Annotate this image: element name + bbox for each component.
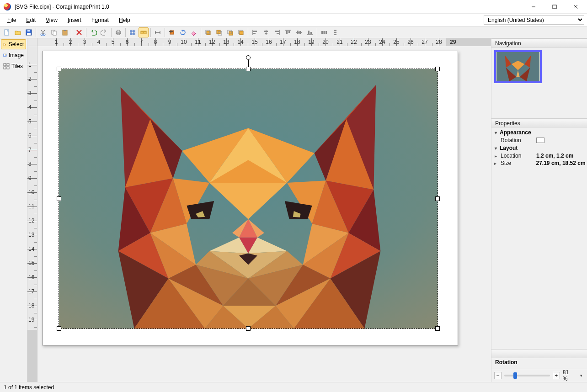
handle-mid-left[interactable] [57,196,61,201]
svg-rect-34 [207,31,210,35]
zoom-value: 81 % [563,369,575,382]
tool-tiles[interactable]: Tiles [1,61,26,71]
selected-image[interactable] [59,69,438,329]
maximize-button[interactable] [544,0,565,14]
prop-size[interactable]: ▸Size27.19 cm, 18.52 cm [491,159,587,167]
menu-format[interactable]: Format [87,15,113,25]
handle-bottom-left[interactable] [57,326,61,331]
window-title: [SVG File.cipx] - Coragi ImagePrint 1.0 [15,4,523,10]
new-button[interactable] [2,27,12,37]
tool-select[interactable]: Select [1,39,26,49]
svg-rect-69 [4,64,6,66]
prop-location[interactable]: ▸Location1.2 cm, 1.2 cm [491,152,587,159]
align-top-button[interactable] [283,27,293,37]
svg-rect-7 [27,30,30,32]
rotation-header [491,349,587,358]
svg-rect-30 [170,31,174,34]
send-back-button[interactable] [236,27,246,37]
svg-rect-53 [288,31,290,33]
svg-rect-67 [4,54,7,56]
svg-rect-19 [117,30,120,32]
redo-button[interactable] [99,27,109,37]
bring-forward-button[interactable] [214,27,224,37]
prop-rotation[interactable]: Rotation [491,137,587,144]
cut-button[interactable] [38,27,48,37]
grid-button[interactable] [128,27,138,37]
svg-rect-46 [264,31,268,32]
undo-button[interactable] [88,27,98,37]
open-button[interactable] [13,27,23,37]
toolbox: Select Image Tiles [0,38,27,382]
zoom-in-button[interactable]: + [553,372,560,379]
right-panel: Navigation Properties ▾Appearance Rotati… [491,38,587,382]
svg-rect-62 [326,31,327,34]
ruler-corner [27,38,37,46]
svg-rect-49 [275,31,279,32]
handle-top-right[interactable] [435,67,440,71]
rotate-button[interactable] [178,27,188,37]
chevron-down-icon[interactable]: ▾ [578,372,584,379]
crop-button[interactable] [167,27,177,37]
app-icon [4,3,11,11]
rotation-stem [248,60,249,67]
send-backward-button[interactable] [225,27,235,37]
handle-top-left[interactable] [57,67,61,71]
menu-file[interactable]: File [3,15,21,25]
handle-mid-top[interactable] [246,67,251,71]
distribute-v-button[interactable] [330,27,340,37]
tool-image[interactable]: Image [1,50,26,60]
tiles-icon [3,63,10,69]
zoom-out-button[interactable]: − [494,372,502,379]
chevron-down-icon: ▾ [493,146,498,151]
save-button[interactable] [24,27,34,37]
svg-point-68 [5,54,6,55]
bring-front-button[interactable] [203,27,213,37]
menu-help[interactable]: Help [114,15,135,25]
poly-cat-image [59,69,438,328]
align-center-h-button[interactable] [261,27,271,37]
align-bottom-button[interactable] [305,27,315,37]
menu-view[interactable]: View [41,15,62,25]
svg-rect-64 [334,32,336,33]
svg-rect-63 [334,30,336,31]
handle-mid-bottom[interactable] [246,326,251,331]
distribute-h-button[interactable] [319,27,329,37]
copy-button[interactable] [49,27,59,37]
group-appearance[interactable]: ▾Appearance [491,128,587,137]
svg-rect-47 [265,33,267,34]
svg-rect-41 [240,31,243,35]
menu-edit[interactable]: Edit [21,15,40,25]
print-button[interactable] [113,27,123,37]
rotation-handle[interactable] [246,55,251,60]
cursor-icon [3,41,7,48]
minimize-button[interactable] [523,0,544,14]
zoom-slider-thumb[interactable] [513,372,517,379]
handle-mid-right[interactable] [435,196,440,201]
title-bar: [SVG File.cipx] - Coragi ImagePrint 1.0 [0,0,587,14]
align-right-button[interactable] [272,27,282,37]
align-center-v-button[interactable] [294,27,304,37]
delete-button[interactable] [74,27,84,37]
chevron-down-icon: ▾ [493,130,498,135]
svg-point-11 [43,34,45,36]
canvas[interactable] [37,46,491,382]
menu-insert[interactable]: Insert [63,15,86,25]
ruler-horizontal[interactable]: 1234567891011121314151617181920212223242… [37,38,491,46]
status-bar: 1 of 1 items selected [0,382,587,392]
ruler-button[interactable] [139,27,149,37]
navigation-thumbnail[interactable] [494,50,542,83]
paste-button[interactable] [60,27,70,37]
dimension-button[interactable] [153,27,163,37]
close-button[interactable] [565,0,586,14]
svg-rect-38 [229,32,233,35]
menu-bar: File Edit View Insert Format Help Englis… [0,14,587,26]
ruler-vertical[interactable]: 1234567891011121314151617181920 [27,46,37,382]
align-left-button[interactable] [250,27,260,37]
eraser-button[interactable] [189,27,199,37]
zoom-slider[interactable] [504,375,550,376]
image-icon [3,52,7,58]
language-select[interactable]: English (United States) [484,15,584,25]
handle-bottom-right[interactable] [435,326,440,331]
group-layout[interactable]: ▾Layout [491,144,587,152]
svg-point-10 [41,34,43,36]
